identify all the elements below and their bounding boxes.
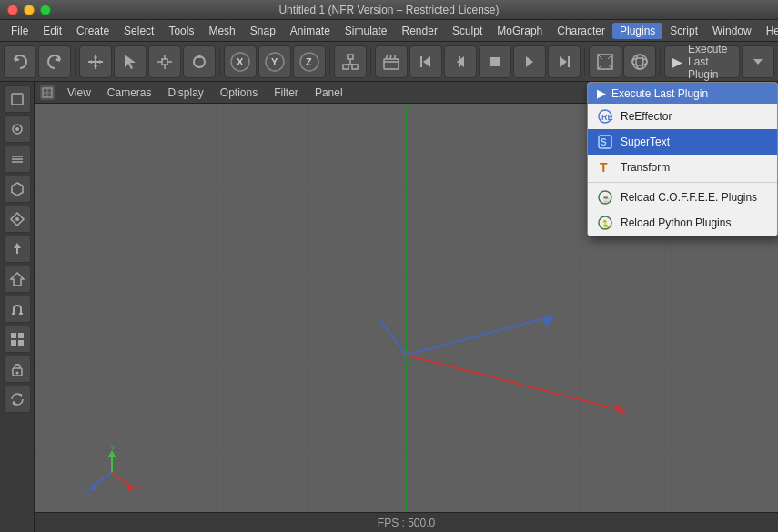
vp-menu-view[interactable]: View (60, 85, 98, 101)
menu-plugins[interactable]: Plugins (612, 23, 662, 39)
svg-marker-1 (55, 56, 60, 62)
sidebar-btn-house[interactable] (4, 266, 31, 293)
svg-marker-38 (526, 56, 533, 67)
svg-text:X: X (237, 56, 244, 67)
menu-help[interactable]: Help (759, 23, 778, 39)
svg-rect-64 (11, 333, 16, 338)
separator-4 (370, 48, 371, 75)
menubar: File Edit Create Select Tools Mesh Snap … (0, 20, 778, 42)
plugin-reload-python[interactable]: 🐍 Reload Python Plugins (588, 210, 777, 236)
separator-3 (329, 48, 330, 75)
svg-rect-9 (162, 59, 167, 65)
menu-select[interactable]: Select (116, 23, 161, 39)
svg-marker-97 (127, 482, 135, 491)
menu-file[interactable]: File (4, 23, 35, 39)
menu-tools[interactable]: Tools (161, 23, 201, 39)
svg-marker-7 (99, 60, 103, 64)
play-button[interactable] (513, 45, 546, 78)
menu-sculpt[interactable]: Sculpt (445, 23, 490, 39)
x-axis-button[interactable]: X (224, 45, 257, 78)
sidebar-btn-hex[interactable] (4, 176, 31, 203)
svg-rect-37 (490, 57, 500, 66)
menu-character[interactable]: Character (550, 23, 612, 39)
menu-animate[interactable]: Animate (283, 23, 338, 39)
minimize-button[interactable] (24, 5, 35, 15)
clapper-button[interactable] (375, 45, 408, 78)
menu-mesh[interactable]: Mesh (201, 23, 242, 39)
play-back-button[interactable] (444, 45, 477, 78)
y-axis-button[interactable]: Y (258, 45, 291, 78)
sidebar-btn-grid2[interactable] (4, 326, 31, 353)
execute-plugin-label: Execute Last Plugin (688, 43, 732, 81)
svg-marker-49 (753, 59, 763, 65)
menu-window[interactable]: Window (705, 23, 759, 39)
vp-menu-cameras[interactable]: Cameras (100, 85, 159, 101)
supertext-icon: S (597, 134, 613, 150)
parent-button[interactable] (334, 45, 367, 78)
plugin-reeffector[interactable]: RE ReEffector (588, 104, 777, 129)
z-axis-button[interactable]: Z (293, 45, 326, 78)
execute-last-plugin-row[interactable]: ▶ Execute Last Plugin (588, 83, 777, 104)
plugin-transform[interactable]: T Transform (588, 155, 777, 180)
vp-menu-filter[interactable]: Filter (267, 85, 306, 101)
scale-tool-button[interactable] (148, 45, 181, 78)
sidebar-btn-move[interactable] (4, 115, 31, 143)
plugin-supertext[interactable]: S SuperText (588, 129, 777, 155)
sidebar-btn-arrow-up[interactable] (4, 236, 31, 263)
svg-marker-33 (423, 56, 430, 67)
svg-text:Y: Y (271, 56, 278, 67)
menu-script[interactable]: Script (662, 23, 705, 39)
reeffector-icon: RE (597, 108, 613, 125)
stop-button[interactable] (479, 45, 511, 78)
sidebar-btn-lock[interactable] (4, 356, 31, 383)
svg-point-52 (15, 127, 19, 131)
svg-point-58 (15, 217, 19, 221)
toolbar: X Y Z (0, 42, 778, 82)
select-tool-button[interactable] (114, 45, 147, 78)
menu-mograph[interactable]: MoGraph (490, 23, 550, 39)
sidebar-btn-sync[interactable] (4, 386, 31, 413)
menu-render[interactable]: Render (395, 23, 445, 39)
vp-menu-panel[interactable]: Panel (308, 85, 350, 101)
titlebar: Untitled 1 (NFR Version – Restricted Lic… (0, 0, 778, 20)
ring-button[interactable] (623, 45, 656, 78)
execute-last-label: Execute Last Plugin (611, 87, 708, 100)
svg-text:X: X (135, 484, 139, 493)
undo-button[interactable] (4, 45, 36, 78)
svg-rect-28 (384, 59, 399, 69)
maximize-button[interactable] (40, 5, 51, 15)
prev-frame-button[interactable] (409, 45, 442, 78)
transform-label: Transform (621, 161, 670, 174)
rotate-tool-button[interactable] (183, 45, 216, 78)
close-button[interactable] (7, 5, 18, 15)
menu-simulate[interactable]: Simulate (338, 23, 395, 39)
window-title: Untitled 1 (NFR Version – Restricted Lic… (278, 4, 499, 16)
viewport[interactable]: View Cameras Display Options Filter Pane… (35, 82, 778, 532)
svg-rect-50 (12, 94, 23, 105)
svg-text:Z: Z (306, 56, 312, 67)
menu-edit[interactable]: Edit (35, 23, 69, 39)
sidebar-btn-select[interactable] (4, 85, 31, 113)
next-frame-button[interactable] (548, 45, 581, 78)
redo-button[interactable] (38, 45, 71, 78)
plugin-reload-coffee[interactable]: ☕ Reload C.O.F.F.E.E. Plugins (588, 185, 777, 210)
execute-plugin-button[interactable]: ▶ Execute Last Plugin (664, 45, 740, 78)
plugin-separator (588, 182, 777, 183)
move-tool-button[interactable] (79, 45, 112, 78)
perspective-view-button[interactable] (589, 45, 621, 78)
sidebar-btn-diamond[interactable] (4, 206, 31, 233)
vp-menu-options[interactable]: Options (213, 85, 265, 101)
separator-2 (219, 48, 220, 75)
sidebar-btn-magnet[interactable] (4, 296, 31, 323)
menu-snap[interactable]: Snap (243, 23, 283, 39)
vp-menu-display[interactable]: Display (160, 85, 210, 101)
svg-marker-5 (94, 65, 97, 69)
svg-text:S: S (601, 137, 607, 147)
menu-create[interactable]: Create (69, 23, 116, 39)
fps-label: FPS : 500.0 (378, 517, 435, 529)
sidebar-btn-grid[interactable] (4, 146, 31, 173)
svg-rect-25 (348, 55, 353, 59)
svg-text:T: T (600, 160, 608, 175)
svg-point-47 (636, 55, 643, 69)
plugin-arrow-button[interactable] (742, 45, 774, 78)
